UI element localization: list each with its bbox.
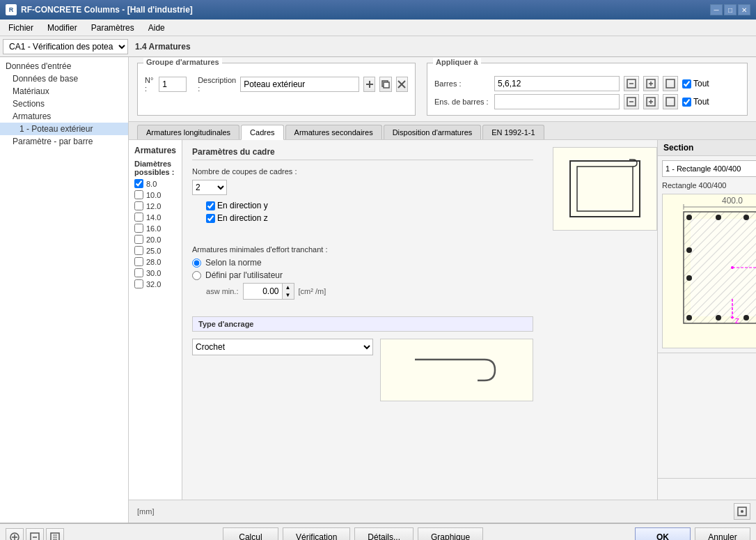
svg-rect-4: [384, 82, 389, 88]
svg-point-65: [741, 510, 743, 513]
diameter-item: 28.0: [134, 257, 176, 266]
tout-check1[interactable]: Tout: [682, 79, 709, 88]
asw-min-input[interactable]: [244, 284, 282, 299]
diameter-checkbox[interactable]: [134, 224, 143, 233]
svg-point-40: [716, 215, 721, 220]
maximize-button[interactable]: □: [724, 4, 737, 15]
tab-secondary[interactable]: Armatures secondaires: [285, 125, 382, 139]
menu-fichier[interactable]: Fichier: [3, 22, 39, 33]
asw-up-btn[interactable]: ▲: [283, 284, 294, 291]
details-button[interactable]: Détails...: [354, 527, 414, 540]
section-select[interactable]: 1 - Rectangle 400/400: [662, 160, 756, 177]
type-ancrage-select[interactable]: Crochet Droit Courbé: [192, 339, 373, 355]
ens-icon1[interactable]: [624, 94, 639, 109]
ca-selector[interactable]: CA1 - Vérification des poteaux ↓: [3, 39, 128, 54]
tab-longitudinales[interactable]: Armatures longitudinales: [137, 125, 239, 139]
selon-norme-radio[interactable]: [192, 259, 201, 268]
right-lower: [658, 353, 756, 478]
mm-label: [mm]: [134, 506, 157, 517]
ens-icon3[interactable]: [663, 94, 678, 109]
barres-icon3[interactable]: [663, 76, 678, 91]
diameter-label[interactable]: 32.0: [146, 280, 161, 288]
diameter-label[interactable]: 12.0: [146, 202, 161, 210]
en-direction-y-check[interactable]: En direction y: [206, 201, 533, 210]
cuts-select[interactable]: 2 3 4: [192, 180, 227, 195]
ens-barres-label: Ens. de barres :: [434, 98, 490, 106]
bottom-icon1[interactable]: [6, 528, 24, 540]
diameter-checkbox[interactable]: [134, 268, 143, 277]
en-direction-z-check[interactable]: En direction z: [206, 213, 533, 223]
diameter-label[interactable]: 28.0: [146, 258, 161, 266]
svg-point-36: [686, 215, 692, 220]
sidebar-item-sections[interactable]: Sections: [0, 98, 128, 110]
sidebar-item-parametre[interactable]: Paramètre - par barre: [0, 135, 128, 148]
diameter-checkbox[interactable]: [134, 235, 143, 244]
copy-icon-btn[interactable]: [379, 77, 391, 92]
close-button[interactable]: ✕: [738, 4, 750, 15]
right-panel: Section 1 - Rectangle 400/400 Rectangle …: [657, 140, 756, 500]
appliquer-title: Appliquer à: [433, 58, 481, 66]
diameter-checkbox[interactable]: [134, 213, 143, 222]
calcul-button[interactable]: Calcul: [223, 527, 278, 540]
diameter-checkbox[interactable]: [134, 246, 143, 255]
ens-icon2[interactable]: [643, 94, 659, 109]
n-input[interactable]: [159, 77, 187, 92]
diameter-item: 14.0: [134, 213, 176, 222]
annuler-button[interactable]: Annuler: [695, 527, 750, 540]
diameter-item: 16.0: [134, 224, 176, 233]
window-title: RF-CONCRETE Columns - [Hall d'industrie]: [21, 5, 193, 15]
diameter-checkbox[interactable]: [134, 257, 143, 266]
barres-icon2[interactable]: [643, 76, 659, 91]
verification-button[interactable]: Vérification: [283, 527, 350, 540]
barres-input[interactable]: [494, 76, 620, 91]
bottom-icon3[interactable]: [46, 528, 64, 540]
sidebar-item-armatures[interactable]: Armatures: [0, 110, 128, 123]
toolbar-row: CA1 - Vérification des poteaux ↓ 1.4 Arm…: [0, 36, 756, 57]
minimize-button[interactable]: ─: [710, 4, 723, 15]
diameter-item: 32.0: [134, 279, 176, 288]
menu-aide[interactable]: Aide: [143, 22, 171, 33]
tab-cadres[interactable]: Cadres: [241, 125, 283, 140]
defini-label[interactable]: Défini par l'utilisateur: [205, 270, 283, 280]
desc-input[interactable]: [240, 77, 359, 92]
bottom-icon2[interactable]: [26, 528, 44, 540]
barres-icon1[interactable]: [624, 76, 639, 91]
tab-en1992[interactable]: EN 1992-1-1: [482, 125, 544, 139]
diameter-label[interactable]: 14.0: [146, 213, 161, 222]
diameter-label[interactable]: 10.0: [146, 191, 161, 199]
defini-radio[interactable]: [192, 271, 201, 280]
desc-label: Description :: [198, 76, 236, 93]
diameter-checkbox[interactable]: [134, 190, 143, 199]
diameter-checkbox[interactable]: [134, 279, 143, 288]
sidebar-item-poteau[interactable]: 1 - Poteau extérieur: [0, 123, 128, 135]
app-icon: R: [6, 4, 17, 15]
groupe-title: Groupe d'armatures: [143, 58, 222, 66]
frame-preview: [553, 147, 657, 231]
bottom-settings-btn[interactable]: [734, 503, 750, 520]
diameter-checkbox[interactable]: [134, 179, 143, 188]
diameter-item: 10.0: [134, 190, 176, 199]
section-panel-header: Section: [658, 140, 756, 156]
menu-modifier[interactable]: Modifier: [42, 22, 83, 33]
ens-barres-input[interactable]: [494, 94, 620, 109]
diameter-label[interactable]: 20.0: [146, 236, 161, 244]
tab-disposition[interactable]: Disposition d'armatures: [384, 125, 482, 139]
ok-button[interactable]: OK: [635, 527, 691, 540]
graphique-button[interactable]: Graphique: [418, 527, 483, 540]
add-icon-btn[interactable]: [363, 77, 375, 92]
diameter-label[interactable]: 16.0: [146, 224, 161, 233]
content-area: Données d'entrée Données de base Matéria…: [0, 57, 756, 523]
diameter-label[interactable]: 8.0: [146, 180, 157, 188]
menu-parametres[interactable]: Paramètres: [86, 22, 140, 33]
groupe-armatures-box: Groupe d'armatures N° : Description :: [137, 63, 416, 116]
diameter-label[interactable]: 30.0: [146, 269, 161, 277]
tout-check2[interactable]: Tout: [682, 97, 709, 107]
diameter-checkbox[interactable]: [134, 201, 143, 210]
diameter-label[interactable]: 25.0: [146, 247, 161, 255]
sidebar-item-materiaux[interactable]: Matériaux: [0, 85, 128, 98]
delete-icon-btn[interactable]: [396, 77, 408, 92]
selon-norme-label[interactable]: Selon la norme: [205, 258, 262, 268]
sidebar-item-donnees[interactable]: Données d'entrée: [0, 60, 128, 72]
asw-down-btn[interactable]: ▼: [283, 291, 294, 299]
sidebar-item-base[interactable]: Données de base: [0, 72, 128, 85]
